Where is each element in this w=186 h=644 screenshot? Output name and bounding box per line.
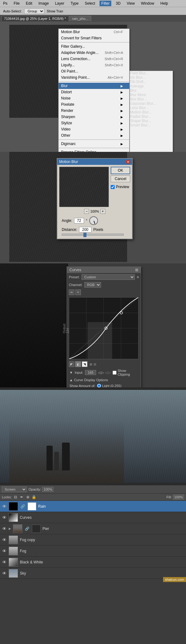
submenu-tilt-shift[interactable]: Tilt-Shift...	[130, 80, 173, 84]
preview-checkbox[interactable]	[111, 185, 115, 189]
menu-item-render[interactable]: Render ▶	[59, 108, 129, 114]
zoom-in-button[interactable]: +	[100, 209, 105, 214]
menu-item-video[interactable]: Video ▶	[59, 126, 129, 132]
tab-rain[interactable]: rain_pho...	[69, 16, 91, 21]
menu-item-stylize[interactable]: Stylize ▶	[59, 120, 129, 126]
curve-reset-icon[interactable]: ⊟	[94, 363, 96, 366]
menu-edit[interactable]: Edit	[24, 1, 34, 6]
layer-visibility-sky[interactable]: 👁	[2, 571, 7, 576]
layer-visibility-bw[interactable]: 👁	[2, 560, 7, 565]
curve-display-toggle[interactable]: ▲ Curve Display Options	[67, 377, 141, 383]
menu-item-filter-gallery[interactable]: Filter Gallery...	[59, 43, 129, 50]
blend-mode-dropdown[interactable]: Screen	[2, 487, 27, 492]
menu-item-oilpaint[interactable]: Oil Paint...	[59, 68, 129, 74]
show-clipping-row: Show Clipping	[113, 369, 138, 376]
layer-visibility-pier[interactable]: 👁	[2, 526, 7, 531]
menu-window[interactable]: Window	[139, 1, 156, 6]
menu-layer[interactable]: Layer	[53, 1, 66, 6]
submenu-gaussian-blur[interactable]: Gaussian Blur...	[130, 101, 173, 106]
menu-item-blur[interactable]: Blur ▶	[59, 83, 129, 89]
menu-item-lens[interactable]: Lens Correction... Shift+Ctrl+R	[59, 56, 129, 62]
layer-visibility-fog-copy[interactable]: 👁	[2, 537, 7, 542]
menu-item-sharpen[interactable]: Sharpen ▶	[59, 114, 129, 120]
menu-item-vanishing[interactable]: Vanishing Point... Alt+Ctrl+V	[59, 74, 129, 81]
menu-filter[interactable]: Filter	[100, 1, 112, 6]
submenu-smart-blur[interactable]: Smart Blur...	[130, 123, 173, 127]
distance-input[interactable]	[79, 227, 91, 232]
submenu-shape-blur[interactable]: Shape Blur...	[130, 119, 173, 123]
menu-item-digimarc[interactable]: Digimarc ▶	[59, 141, 129, 147]
submenu-field-blur[interactable]: Field Blur...	[130, 71, 173, 75]
menu-select[interactable]: Select	[83, 1, 97, 6]
curves-expand-icon[interactable]: ⊞	[135, 268, 138, 272]
menu-help[interactable]: Help	[158, 1, 170, 6]
layer-visibility-fog[interactable]: 👁	[2, 549, 7, 554]
opacity-input[interactable]	[42, 487, 53, 492]
lock-transparent-button[interactable]: ⊟	[13, 495, 18, 500]
submenu-average[interactable]: Average	[130, 84, 173, 88]
curves-pencil-tool[interactable]: ✏	[69, 289, 74, 295]
distance-slider[interactable]	[62, 234, 124, 236]
preset-extra-icon[interactable]: ≡	[137, 275, 139, 279]
layer-row-fog-copy[interactable]: 👁 Fog copy	[0, 534, 186, 545]
menu-item-distort[interactable]: Distort ▶	[59, 89, 129, 95]
submenu-blur[interactable]: Blur	[130, 88, 173, 93]
menu-view[interactable]: View	[125, 1, 137, 6]
layer-row-curves[interactable]: 👁 Curves	[0, 512, 186, 523]
menu-item-convert-smart[interactable]: Convert for Smart Filters	[59, 35, 129, 41]
angle-dial[interactable]	[89, 216, 98, 225]
layer-row-rain[interactable]: 👁 🔗 Rain	[0, 501, 186, 512]
layer-group-arrow-pier[interactable]: ▶	[9, 527, 11, 530]
tab-main[interactable]: 71064416.jpg @ 25% (Layer 1, RGB/8) *	[1, 16, 69, 21]
arrow-icon-2[interactable]: ▷	[101, 371, 104, 375]
menu-item-browse[interactable]: Browse Filters Online...	[59, 149, 129, 152]
light-radio[interactable]	[97, 384, 101, 387]
menu-item-other[interactable]: Other ▶	[59, 132, 129, 139]
submenu-iris-blur[interactable]: Iris Blur...	[130, 75, 173, 80]
ok-button[interactable]: OK	[111, 167, 130, 174]
curves-eyedrop-tool[interactable]: ⌖	[75, 289, 81, 295]
angle-input[interactable]	[74, 218, 84, 223]
menu-file[interactable]: File	[12, 1, 21, 6]
curve-graph-resize-icon[interactable]: ⊞	[90, 363, 92, 366]
gray-point-tool[interactable]: ◧	[75, 361, 81, 367]
dialog-close-button[interactable]: ✕	[126, 160, 130, 164]
menu-3d[interactable]: 3D	[114, 1, 122, 6]
cancel-button[interactable]: Cancel	[111, 175, 130, 182]
arrow-icon-3[interactable]: ◁	[105, 371, 107, 375]
white-point-tool[interactable]: ◥	[82, 361, 87, 367]
layer-visibility-curves[interactable]: 👁	[2, 515, 7, 520]
menu-item-liquify[interactable]: Liquify... Shift+Ctrl+X	[59, 62, 129, 68]
show-clipping-checkbox[interactable]	[113, 371, 117, 375]
menu-image[interactable]: Image	[37, 1, 51, 6]
layer-row-sky[interactable]: 👁 Sky	[0, 568, 186, 579]
arrow-icon-4[interactable]: ▷	[108, 371, 111, 375]
lock-all-button[interactable]: 🔒	[32, 495, 37, 500]
menu-item-motion-blur[interactable]: Motion Blur Ctrl+F	[59, 29, 129, 35]
submenu-motion-blur[interactable]: Motion Blur...	[130, 110, 173, 114]
slider-thumb[interactable]	[83, 233, 86, 237]
submenu-box-blur[interactable]: Box Blur...	[130, 97, 173, 101]
menu-item-noise[interactable]: Noise ▶	[59, 95, 129, 101]
channel-dropdown[interactable]: RGB	[84, 282, 101, 288]
fill-input[interactable]	[173, 495, 184, 500]
layer-row-pier[interactable]: 👁 ▶ 🔗 Pier	[0, 523, 186, 534]
zoom-out-button[interactable]: −	[84, 209, 89, 214]
arrow-icon-1[interactable]: ◁	[98, 371, 100, 375]
menu-type[interactable]: Type	[69, 1, 80, 6]
lock-move-button[interactable]: ⊕	[25, 495, 30, 500]
menu-item-adaptive[interactable]: Adaptive Wide Angle... Shift+Ctrl+A	[59, 50, 129, 56]
submenu-blur-more[interactable]: Blur More	[130, 93, 173, 97]
submenu-radial-blur[interactable]: Radial Blur...	[130, 114, 173, 119]
auto-select-dropdown[interactable]: Group	[24, 8, 44, 14]
layer-row-bw[interactable]: 👁 Black & White	[0, 557, 186, 568]
layer-row-fog[interactable]: 👁 Fog	[0, 545, 186, 557]
lock-paint-button[interactable]: ✒	[19, 495, 24, 500]
menu-item-pixelate[interactable]: Pixelate ▶	[59, 101, 129, 108]
input-value[interactable]	[85, 370, 96, 375]
layer-visibility-rain[interactable]: 👁	[2, 504, 7, 509]
submenu-lens-blur[interactable]: Lens Blur...	[130, 106, 173, 110]
menu-ps[interactable]: Ps	[1, 1, 9, 6]
black-point-tool[interactable]: ◤	[69, 361, 74, 367]
preset-dropdown[interactable]: Custom	[82, 274, 135, 280]
